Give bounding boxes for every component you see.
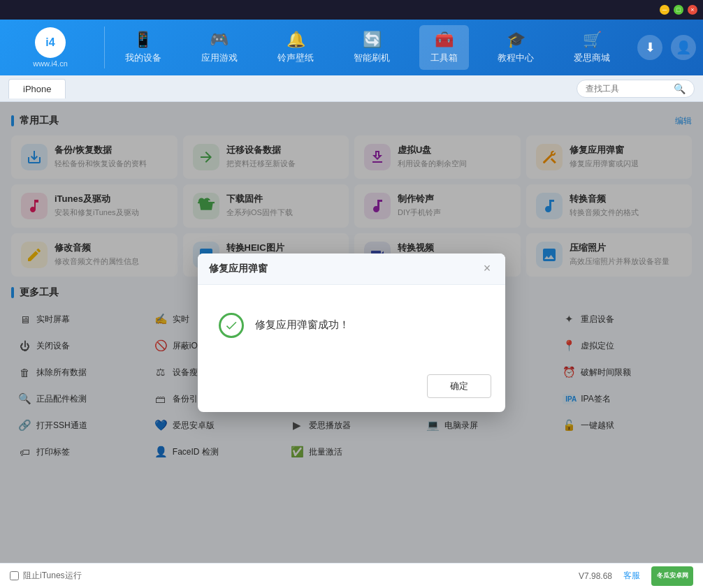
logo-icon: i4 <box>35 27 66 58</box>
nav-label-toolbox: 工具箱 <box>430 52 458 64</box>
dialog-close-button[interactable]: × <box>480 262 494 276</box>
nav-item-my-device[interactable]: 📱 我的设备 <box>114 25 173 70</box>
nav-label-tutorials: 教程中心 <box>498 52 534 64</box>
user-button[interactable]: 👤 <box>671 35 696 60</box>
maximize-button[interactable]: □ <box>674 5 683 15</box>
dialog-footer: 确定 <box>198 366 505 412</box>
success-icon <box>219 313 244 338</box>
version-label: V7.98.68 <box>579 571 612 581</box>
device-bar: iPhone 🔍 <box>0 75 703 102</box>
device-icon: 📱 <box>133 31 152 49</box>
download-button[interactable]: ⬇ <box>637 35 662 60</box>
toolbox-icon: 🧰 <box>435 31 454 49</box>
dialog-overlay: 修复应用弹窗 × 修复应用弹窗成功！ 确定 <box>0 102 703 563</box>
android-logo: 冬瓜安卓网 <box>651 566 693 586</box>
header: i4 www.i4.cn 📱 我的设备 🎮 应用游戏 🔔 铃声壁纸 🔄 智能刷机… <box>0 20 703 75</box>
minimize-button[interactable]: ─ <box>660 5 669 15</box>
nav-label-flash: 智能刷机 <box>354 52 390 64</box>
title-bar: ─ □ × <box>0 0 703 20</box>
nav-label-my-device: 我的设备 <box>125 52 161 64</box>
nav-label-ringtones: 铃声壁纸 <box>277 52 314 64</box>
apps-icon: 🎮 <box>210 31 229 49</box>
nav-label-apps: 应用游戏 <box>201 52 238 64</box>
block-itunes-label: 阻止iTunes运行 <box>23 570 82 582</box>
search-input[interactable] <box>586 84 669 94</box>
nav-item-tutorials[interactable]: 🎓 教程中心 <box>486 25 545 70</box>
device-tab[interactable]: iPhone <box>8 79 66 98</box>
dialog-message: 修复应用弹窗成功！ <box>255 318 349 332</box>
tutorials-icon: 🎓 <box>507 31 526 49</box>
logo-url: www.i4.cn <box>33 59 68 68</box>
nav-item-toolbox[interactable]: 🧰 工具箱 <box>419 25 469 70</box>
store-icon: 🛒 <box>583 31 602 49</box>
nav-item-store[interactable]: 🛒 爱思商城 <box>563 25 621 70</box>
main-content: 常用工具 编辑 备份/恢复数据 轻松备份和恢复设备的资料 迁移设备数据 把资料迁… <box>0 102 703 563</box>
nav-item-ringtones[interactable]: 🔔 铃声壁纸 <box>266 25 325 70</box>
kefu-label[interactable]: 客服 <box>623 570 640 582</box>
ringtones-icon: 🔔 <box>287 31 305 49</box>
dialog-title: 修复应用弹窗 <box>209 263 268 275</box>
nav-label-store: 爱思商城 <box>574 52 610 64</box>
header-right: ⬇ 👤 <box>630 35 696 60</box>
dialog-header: 修复应用弹窗 × <box>198 253 505 285</box>
dialog: 修复应用弹窗 × 修复应用弹窗成功！ 确定 <box>198 253 505 412</box>
confirm-button[interactable]: 确定 <box>427 374 491 398</box>
block-itunes-checkbox[interactable] <box>10 571 19 580</box>
logo-area: i4 www.i4.cn <box>7 27 105 68</box>
close-button[interactable]: × <box>688 5 697 15</box>
search-box: 🔍 <box>577 80 695 98</box>
nav-item-apps[interactable]: 🎮 应用游戏 <box>190 25 249 70</box>
nav-item-flash[interactable]: 🔄 智能刷机 <box>342 25 401 70</box>
search-icon: 🔍 <box>674 83 686 94</box>
flash-icon: 🔄 <box>363 31 382 49</box>
dialog-body: 修复应用弹窗成功！ <box>198 285 505 366</box>
status-bar: 阻止iTunes运行 V7.98.68 客服 冬瓜安卓网 <box>0 563 703 588</box>
nav-items: 📱 我的设备 🎮 应用游戏 🔔 铃声壁纸 🔄 智能刷机 🧰 工具箱 🎓 教程中心… <box>105 25 630 70</box>
